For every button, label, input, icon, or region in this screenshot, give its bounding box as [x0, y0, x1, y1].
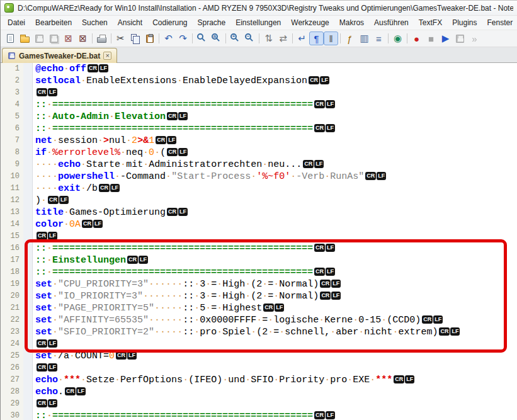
code-line[interactable]: 28echo.CRLF	[1, 386, 517, 398]
new-file-icon[interactable]	[3, 31, 18, 45]
cut-icon[interactable]: ✂	[113, 31, 128, 45]
bookmark-margin[interactable]	[23, 254, 33, 266]
code-line[interactable]: 19set·"CPU_PRIORITY=3"······::·3·=·High·…	[1, 278, 517, 290]
bookmark-margin[interactable]	[23, 99, 33, 111]
save-icon[interactable]	[32, 31, 47, 45]
bookmark-margin[interactable]	[23, 410, 33, 420]
menu-item-datei[interactable]: Datei	[3, 16, 30, 29]
bookmark-margin[interactable]	[23, 135, 33, 147]
bookmark-margin[interactable]	[23, 362, 33, 374]
sync-vertical-icon[interactable]: ⇅	[261, 31, 276, 45]
code-line[interactable]: 6::·====================================…	[1, 123, 517, 135]
code-line[interactable]: 10····powershell·-Command·"Start-Process…	[1, 171, 517, 183]
code-line[interactable]: 7net·session·>nul·2>&1CRLF	[1, 135, 517, 147]
bookmark-margin[interactable]	[23, 266, 33, 278]
menu-item-codierung[interactable]: Codierung	[147, 16, 192, 29]
macro-play-icon[interactable]: ▶	[438, 31, 453, 45]
save-all-icon[interactable]	[47, 31, 61, 45]
bookmark-margin[interactable]	[23, 338, 33, 350]
bookmark-margin[interactable]	[23, 398, 33, 410]
bookmark-margin[interactable]	[23, 87, 33, 99]
code-line[interactable]: 13title·Games-OptimierungCRLF	[1, 207, 517, 219]
code-line[interactable]: 4::·====================================…	[1, 99, 517, 111]
bookmark-margin[interactable]	[23, 350, 33, 362]
code-line[interactable]: 14color·0ACRLF	[1, 219, 517, 230]
menu-item-bearbeiten[interactable]: Bearbeiten	[30, 16, 77, 29]
print-icon[interactable]	[94, 31, 109, 45]
bookmark-margin[interactable]	[23, 374, 33, 386]
code-line[interactable]: 25set·/a·COUNT=0CRLF	[1, 350, 517, 362]
code-line[interactable]: 17::·EinstellungenCRLF	[1, 254, 517, 266]
code-line[interactable]: 22set·"AFFINITY=65535"······::·0x0000FFF…	[1, 314, 517, 326]
replace-icon[interactable]: a	[209, 31, 224, 45]
menu-item-ansicht[interactable]: Ansicht	[113, 16, 147, 29]
bookmark-margin[interactable]	[23, 326, 33, 338]
indent-guide-icon[interactable]: ‖	[324, 31, 338, 45]
bookmark-margin[interactable]	[23, 386, 33, 398]
find-icon[interactable]	[195, 31, 209, 45]
code-line[interactable]: 9····echo·Starte·mit·Administratorrechte…	[1, 159, 517, 171]
code-line[interactable]: 15CRLF	[1, 230, 517, 242]
bookmark-margin[interactable]	[23, 230, 33, 242]
code-line[interactable]: 23set·"SFIO_PRIORITY=2"·····::·pro·Spiel…	[1, 326, 517, 338]
code-line[interactable]: 27echo·***·Setze·PerfOptions·(IFEO)·und·…	[1, 374, 517, 386]
code-line[interactable]: 5::·Auto-Admin·ElevationCRLF	[1, 111, 517, 123]
close-file-icon[interactable]: ⊠	[61, 31, 76, 45]
zoom-in-icon[interactable]: +	[228, 31, 242, 45]
macro-save-icon[interactable]	[453, 31, 467, 45]
macro-record-icon[interactable]: ●	[409, 31, 424, 45]
code-line[interactable]: 30::·===================================…	[1, 410, 517, 420]
tab-close-icon[interactable]: ×	[103, 52, 111, 60]
code-line[interactable]: 24CRLF	[1, 338, 517, 350]
bookmark-margin[interactable]	[23, 171, 33, 183]
copy-icon[interactable]	[128, 31, 142, 45]
code-line[interactable]: 2setlocal·EnableExtensions·EnableDelayed…	[1, 75, 517, 87]
code-line[interactable]: 20set·"IO_PRIORITY=3"·······::·3·=·High·…	[1, 290, 517, 302]
code-line[interactable]: 1@echo·offCRLF	[1, 63, 517, 75]
bookmark-margin[interactable]	[23, 219, 33, 230]
menu-item-fenster[interactable]: Fenster	[482, 16, 517, 29]
menu-item-werkzeuge[interactable]: Werkzeuge	[286, 16, 334, 29]
tab-gamestweaker-de-bat[interactable]: GamesTweaker-DE.bat ×	[2, 48, 117, 63]
code-line[interactable]: 11····exit·/bCRLF	[1, 183, 517, 195]
bookmark-margin[interactable]	[23, 290, 33, 302]
menu-item-einstellungen[interactable]: Einstellungen	[230, 16, 286, 29]
macro-run-multiple-icon[interactable]: »	[467, 31, 482, 45]
bookmark-margin[interactable]	[23, 278, 33, 290]
code-line[interactable]: 12)·CRLF	[1, 195, 517, 207]
word-wrap-icon[interactable]: ↵	[295, 31, 309, 45]
code-line[interactable]: 26CRLF	[1, 362, 517, 374]
bookmark-margin[interactable]	[23, 302, 33, 314]
document-map-icon[interactable]: ▥	[357, 31, 372, 45]
menu-item-makros[interactable]: Makros	[334, 16, 369, 29]
close-all-icon[interactable]: ⊠	[76, 31, 90, 45]
code-line[interactable]: 3CRLF	[1, 87, 517, 99]
bookmark-margin[interactable]	[23, 75, 33, 87]
title-bar[interactable]: D:\CompuWAREz\Ready for Win10 Install\In…	[1, 1, 517, 16]
menu-item-suchen[interactable]: Suchen	[77, 16, 113, 29]
bookmark-margin[interactable]	[23, 123, 33, 135]
menu-item-sprache[interactable]: Sprache	[193, 16, 231, 29]
bookmark-margin[interactable]	[23, 111, 33, 123]
bookmark-margin[interactable]	[23, 147, 33, 159]
monitoring-icon[interactable]: ◉	[390, 31, 405, 45]
sync-horizontal-icon[interactable]: ⇄	[276, 31, 290, 45]
code-line[interactable]: 18::·===================================…	[1, 266, 517, 278]
menu-item-plugins[interactable]: Plugins	[447, 16, 482, 29]
menu-item-ausführen[interactable]: Ausführen	[369, 16, 414, 29]
bookmark-margin[interactable]	[23, 159, 33, 171]
bookmark-margin[interactable]	[23, 195, 33, 207]
editor[interactable]: 1@echo·offCRLF2setlocal·EnableExtensions…	[1, 63, 517, 420]
code-line[interactable]: 8if·%errorlevel%·neq·0·(CRLF	[1, 147, 517, 159]
code-line[interactable]: 29CRLF	[1, 398, 517, 410]
bookmark-margin[interactable]	[23, 242, 33, 254]
bookmark-margin[interactable]	[23, 314, 33, 326]
undo-icon[interactable]: ↶	[161, 31, 176, 45]
bookmark-margin[interactable]	[23, 183, 33, 195]
bookmark-margin[interactable]	[23, 207, 33, 219]
open-file-icon[interactable]	[18, 31, 32, 45]
paste-icon[interactable]	[142, 31, 157, 45]
document-list-icon[interactable]: ≡	[372, 31, 386, 45]
function-list-icon[interactable]: ƒ	[343, 31, 357, 45]
code-line[interactable]: 16::·===================================…	[1, 242, 517, 254]
